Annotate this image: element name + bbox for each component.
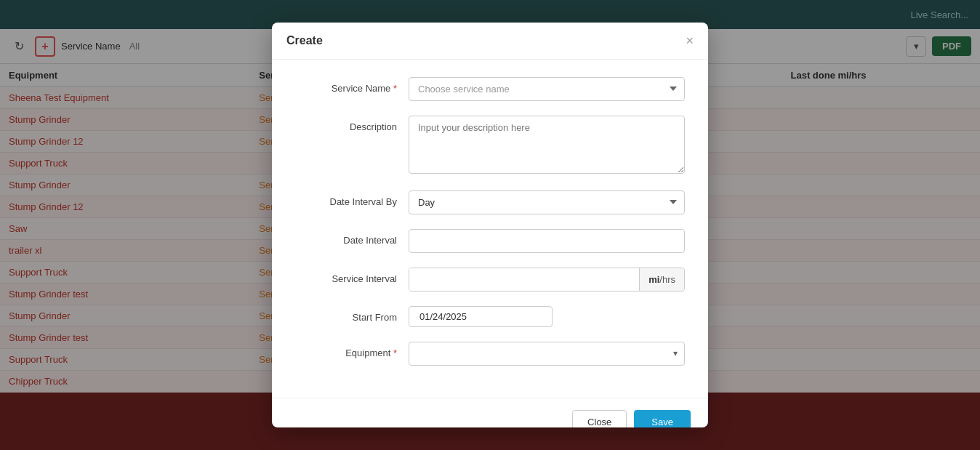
date-interval-row: Date Interval xyxy=(295,229,685,253)
service-interval-label: Service Interval xyxy=(295,268,397,284)
equipment-row: Equipment * ▾ xyxy=(295,342,685,366)
start-from-label: Start From xyxy=(295,306,397,323)
description-textarea[interactable] xyxy=(409,116,685,174)
start-from-input[interactable] xyxy=(409,306,553,327)
equipment-select-wrapper: ▾ xyxy=(409,342,685,366)
service-name-select[interactable]: Choose service name xyxy=(409,77,685,101)
service-interval-input[interactable] xyxy=(409,268,639,291)
equipment-control: ▾ xyxy=(409,342,685,366)
date-interval-by-row: Date Interval By Day Week Month Year xyxy=(295,190,685,214)
date-interval-by-control: Day Week Month Year xyxy=(409,190,685,214)
service-interval-row: Service Interval mi/hrs xyxy=(295,268,685,292)
modal-body: Service Name * Choose service name Descr… xyxy=(272,60,708,398)
save-button[interactable]: Save xyxy=(634,410,691,427)
description-row: Description xyxy=(295,116,685,176)
service-interval-unit: mi/hrs xyxy=(639,268,684,291)
hrs-label: hrs xyxy=(662,274,675,285)
create-modal: Create × Service Name * Choose service n… xyxy=(272,23,708,427)
service-interval-wrapper: mi/hrs xyxy=(409,268,685,292)
service-name-row: Service Name * Choose service name xyxy=(295,77,685,101)
date-interval-by-label: Date Interval By xyxy=(295,190,397,207)
service-interval-control: mi/hrs xyxy=(409,268,685,292)
date-interval-input[interactable] xyxy=(409,229,685,253)
equipment-select[interactable] xyxy=(409,342,685,366)
equipment-required: * xyxy=(393,347,397,358)
service-name-control: Choose service name xyxy=(409,77,685,101)
modal-footer: Close Save xyxy=(272,398,708,427)
equipment-label: Equipment * xyxy=(295,342,397,358)
mi-label: mi xyxy=(648,274,659,285)
start-from-row: Start From xyxy=(295,306,685,327)
service-name-required: * xyxy=(393,83,397,94)
description-label: Description xyxy=(295,116,397,132)
modal-title: Create xyxy=(286,34,323,47)
modal-header: Create × xyxy=(272,23,708,60)
date-interval-label: Date Interval xyxy=(295,229,397,246)
service-name-label: Service Name * xyxy=(295,77,397,94)
date-interval-by-select[interactable]: Day Week Month Year xyxy=(409,190,685,214)
close-button[interactable]: Close xyxy=(572,410,627,427)
description-control xyxy=(409,116,685,176)
date-interval-control xyxy=(409,229,685,253)
start-from-control xyxy=(409,306,685,327)
modal-close-button[interactable]: × xyxy=(686,34,694,47)
modal-overlay: Create × Service Name * Choose service n… xyxy=(0,0,980,450)
